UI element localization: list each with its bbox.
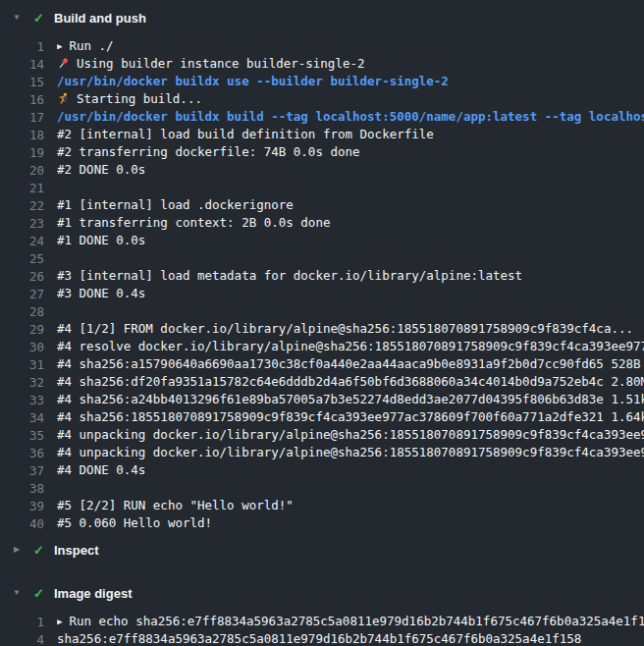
line-content: #4 [1/2] FROM docker.io/library/alpine@s… <box>57 320 644 338</box>
line-number[interactable]: 33 <box>0 393 57 407</box>
line-content: #2 DONE 0.0s <box>57 161 644 179</box>
line-number[interactable]: 4 <box>0 632 57 646</box>
chevron-icon[interactable]: ▼ <box>10 14 24 22</box>
line-content: #1 DONE 0.0s <box>57 232 644 249</box>
line-number[interactable]: 34 <box>0 410 57 425</box>
line-content: #3 [internal] load metadata for docker.i… <box>57 267 644 285</box>
line-number[interactable]: 29 <box>0 322 57 337</box>
line-number[interactable]: 24 <box>0 234 57 248</box>
section-title: Inspect <box>54 543 99 558</box>
log-line: 16 Starting build... <box>0 90 644 108</box>
line-number[interactable]: 20 <box>0 163 57 178</box>
check-icon: ✓ <box>31 12 46 25</box>
line-number[interactable]: 25 <box>0 251 57 266</box>
line-number[interactable]: 19 <box>0 145 57 160</box>
line-content: #5 0.060 Hello world! <box>57 514 644 532</box>
log-line: 40 #5 0.060 Hello world! <box>0 514 644 532</box>
line-number[interactable]: 14 <box>0 57 57 72</box>
log-line: 18 #2 [internal] load build definition f… <box>0 126 644 143</box>
line-content: /usr/bin/docker buildx build --tag local… <box>57 108 644 126</box>
log-line: 14 Using builder instance builder-single… <box>0 55 644 73</box>
log-line: 21 <box>0 179 644 196</box>
line-number[interactable]: 22 <box>0 198 57 213</box>
section-header[interactable]: ▼ ✓ Image digest <box>0 583 644 603</box>
line-content: #4 sha256:185518070891758909c9f839cf4ca3… <box>57 408 644 426</box>
line-number[interactable]: 38 <box>0 481 57 496</box>
line-number[interactable]: 27 <box>0 287 57 301</box>
line-content: #4 unpacking docker.io/library/alpine@sh… <box>57 426 644 444</box>
log-line: 34 #4 sha256:185518070891758909c9f839cf4… <box>0 408 644 426</box>
log-line: 36 #4 unpacking docker.io/library/alpine… <box>0 444 644 461</box>
pushpin-icon <box>57 57 71 70</box>
check-icon: ✓ <box>31 587 46 600</box>
line-content: #4 sha256:a15790640a6690aa1730c38cf0a440… <box>57 355 644 373</box>
log-line: 31 #4 sha256:a15790640a6690aa1730c38cf0a… <box>0 355 644 373</box>
log-line: 30 #4 resolve docker.io/library/alpine@s… <box>0 338 644 355</box>
line-number[interactable]: 16 <box>0 92 57 107</box>
line-content: /usr/bin/docker buildx use --builder bui… <box>57 73 644 90</box>
line-number[interactable]: 1 <box>0 615 57 629</box>
log-line: 20 #2 DONE 0.0s <box>0 161 644 179</box>
line-content: #2 transferring dockerfile: 74B 0.0s don… <box>57 143 644 161</box>
log-line: 39 #5 [2/2] RUN echo "Hello world!" <box>0 497 644 514</box>
log-line: 15 /usr/bin/docker buildx use --builder … <box>0 73 644 90</box>
line-content: sha256:e7ff8834a5963a2785c5a0811e979d16b… <box>57 630 644 646</box>
line-number[interactable]: 35 <box>0 428 57 443</box>
line-content: ▶Run ./ <box>57 37 644 56</box>
line-number[interactable]: 39 <box>0 499 57 513</box>
log-line: 37 #4 DONE 0.4s <box>0 461 644 479</box>
line-content: #4 sha256:a24bb4013296f61e89ba57005a7b3e… <box>57 391 644 408</box>
log-line: 24 #1 DONE 0.0s <box>0 232 644 249</box>
line-number[interactable]: 31 <box>0 357 57 372</box>
line-number[interactable]: 30 <box>0 340 57 354</box>
check-icon: ✓ <box>31 544 46 557</box>
line-number[interactable]: 15 <box>0 75 57 89</box>
line-number[interactable]: 17 <box>0 110 57 125</box>
line-number[interactable]: 18 <box>0 128 57 142</box>
log-section-inspect: ▶ ✓ Inspect <box>0 540 644 560</box>
log-line: 28 <box>0 302 644 320</box>
line-number[interactable]: 40 <box>0 516 57 531</box>
line-number[interactable]: 26 <box>0 269 57 284</box>
log-line: 17 /usr/bin/docker buildx build --tag lo… <box>0 108 644 126</box>
section-header[interactable]: ▼ ✓ Build and push <box>0 8 644 27</box>
line-content: #4 DONE 0.4s <box>57 461 644 479</box>
log-line[interactable]: 1 ▶Run ./ <box>0 37 644 55</box>
log-line[interactable]: 1 ▶Run echo sha256:e7ff8834a5963a2785c5a… <box>0 613 644 630</box>
line-number[interactable]: 32 <box>0 375 57 390</box>
section-header[interactable]: ▶ ✓ Inspect <box>0 540 644 560</box>
line-number[interactable]: 37 <box>0 463 57 478</box>
log-line: 22 #1 [internal] load .dockerignore <box>0 196 644 214</box>
line-content: Using builder instance builder-single-2 <box>57 55 644 73</box>
section-title: Build and push <box>54 11 146 26</box>
line-content: #3 DONE 0.4s <box>57 285 644 302</box>
line-number[interactable]: 23 <box>0 216 57 231</box>
line-content: ▶Run echo sha256:e7ff8834a5963a2785c5a08… <box>57 613 644 631</box>
section-lines: 1 ▶Run ./ 14 Using builder instance buil… <box>0 37 644 532</box>
line-number[interactable]: 1 <box>0 39 57 54</box>
run-toggle-icon[interactable]: ▶ <box>57 613 62 630</box>
line-number[interactable]: 36 <box>0 446 57 460</box>
log-line: 38 <box>0 479 644 497</box>
line-number[interactable]: 28 <box>0 304 57 319</box>
line-content: #1 transferring context: 2B 0.0s done <box>57 214 644 232</box>
chevron-icon[interactable]: ▶ <box>10 546 24 554</box>
line-number[interactable]: 21 <box>0 181 57 195</box>
log-section-image-digest: ▼ ✓ Image digest 1 ▶Run echo sha256:e7ff… <box>0 583 644 646</box>
log-line: 35 #4 unpacking docker.io/library/alpine… <box>0 426 644 444</box>
log-line: 19 #2 transferring dockerfile: 74B 0.0s … <box>0 143 644 161</box>
section-title: Image digest <box>54 586 132 601</box>
line-content: #2 [internal] load build definition from… <box>57 126 644 143</box>
log-line: 32 #4 sha256:df20fa9351a15782c64e6dddb2d… <box>0 373 644 391</box>
log-line: 26 #3 [internal] load metadata for docke… <box>0 267 644 285</box>
chevron-icon[interactable]: ▼ <box>10 589 24 597</box>
line-content: #4 unpacking docker.io/library/alpine@sh… <box>57 444 644 461</box>
section-lines: 1 ▶Run echo sha256:e7ff8834a5963a2785c5a… <box>0 613 644 646</box>
log-line: 33 #4 sha256:a24bb4013296f61e89ba57005a7… <box>0 391 644 408</box>
log-line: 4 sha256:e7ff8834a5963a2785c5a0811e979d1… <box>0 630 644 646</box>
run-toggle-icon[interactable]: ▶ <box>57 37 62 55</box>
runner-icon <box>57 92 71 105</box>
log-line: 29 #4 [1/2] FROM docker.io/library/alpin… <box>0 320 644 338</box>
line-content: #4 sha256:df20fa9351a15782c64e6dddb2d4a6… <box>57 373 644 391</box>
line-content: #1 [internal] load .dockerignore <box>57 196 644 214</box>
